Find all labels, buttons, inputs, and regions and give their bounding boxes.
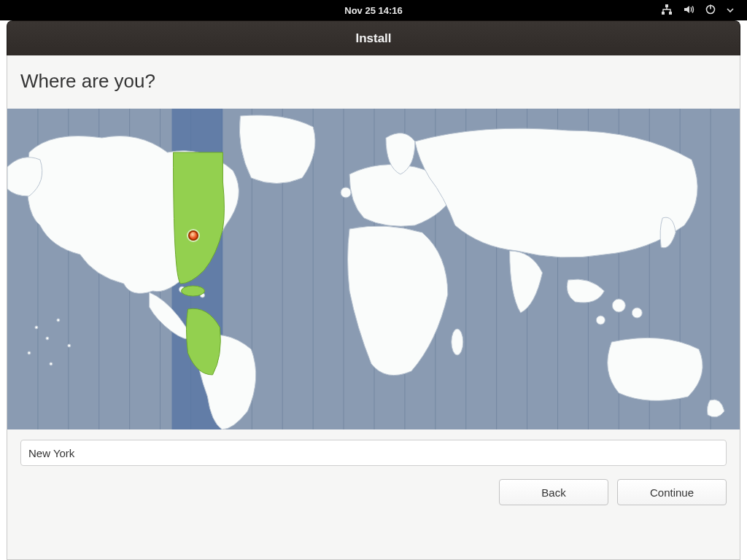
system-indicators[interactable] [661,0,734,20]
volume-icon [683,4,694,18]
svg-rect-0 [665,4,668,7]
network-icon [661,4,673,18]
svg-rect-1 [662,12,665,15]
svg-point-30 [612,299,625,312]
timezone-input-row [7,429,740,466]
installer-window: Where are you? [7,55,740,560]
window-title: Install [355,31,391,46]
page-heading: Where are you? [7,55,740,109]
svg-point-31 [632,308,642,318]
continue-button[interactable]: Continue [617,479,727,505]
svg-point-34 [452,329,463,355]
svg-point-41 [28,351,31,354]
timezone-map[interactable] [7,109,740,429]
svg-point-33 [341,187,351,198]
svg-point-44 [182,286,205,296]
nav-buttons: Back Continue [7,466,740,518]
svg-rect-2 [669,12,672,15]
timezone-input[interactable] [20,440,727,466]
window-titlebar: Install [7,20,740,55]
svg-point-42 [50,362,53,365]
svg-point-40 [57,319,60,322]
gnome-top-bar: Nov 25 14:16 [0,0,747,20]
svg-rect-4 [710,4,711,9]
svg-point-43 [68,344,71,347]
chevron-down-icon [727,5,734,16]
power-icon [705,4,716,18]
svg-point-38 [35,326,38,329]
location-pin [188,230,198,241]
svg-point-39 [46,337,49,340]
clock-label: Nov 25 14:16 [344,5,403,16]
back-button[interactable]: Back [499,479,608,505]
svg-point-32 [596,316,605,324]
